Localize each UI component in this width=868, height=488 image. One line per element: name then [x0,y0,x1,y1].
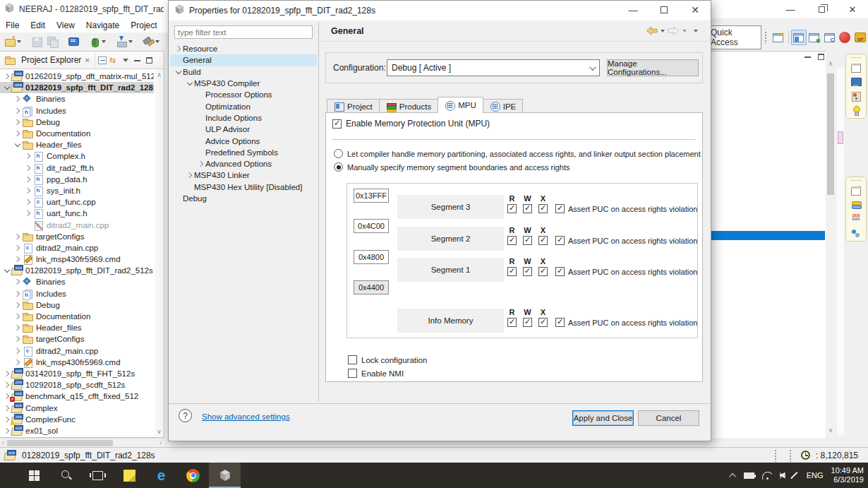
maximize-panel-button[interactable] [146,57,152,64]
drag-handle-icon[interactable] [850,56,862,59]
tree-chevron-icon[interactable] [13,131,22,136]
enable-mpu-checkbox[interactable]: Enable Memory Protection Unit (MPU) [332,119,490,129]
tree-item[interactable]: 03142019_spfp_fft_FHT_512s [0,368,154,379]
tree-chevron-icon[interactable] [13,360,22,364]
show-advanced-settings-link[interactable]: Show advanced settings [202,412,290,421]
tree-item[interactable]: ditrad2_main.cpp [0,219,154,230]
collapse-all-button[interactable] [98,56,107,64]
battery-icon[interactable] [744,472,754,479]
tab-project[interactable]: Project [327,99,380,113]
tree-chevron-icon[interactable] [3,86,11,89]
rwx-checkbox[interactable] [523,236,532,245]
tree-chevron-icon[interactable] [174,71,183,73]
scroll-left-icon[interactable]: ‹ [2,439,4,446]
wifi-icon[interactable] [762,472,772,480]
tree-chevron-icon[interactable] [3,429,11,433]
dialog-tree-item[interactable]: Build [170,66,317,78]
tree-item[interactable]: Complex [0,402,154,413]
tree-item[interactable]: Debug [0,117,154,128]
new-button[interactable] [3,34,23,49]
tree-item[interactable]: Documentation [0,128,154,139]
tree-chevron-icon[interactable] [13,303,22,307]
tree-chevron-icon[interactable] [24,211,32,215]
menu-edit[interactable]: Edit [25,19,51,32]
tree-item[interactable]: 01282019_spfp_fft_DIT_rad2_512s [0,265,154,276]
editor-scroll-thumb[interactable] [827,73,834,195]
pen-icon[interactable] [790,472,798,480]
boundary-address-input[interactable]: 0x4C00 [354,219,389,233]
dialog-tree-item[interactable]: ULP Advisor [170,124,317,135]
ccs-taskbar-button[interactable] [209,463,241,488]
tree-chevron-icon[interactable] [13,257,22,261]
filter-input[interactable] [174,25,313,39]
tree-chevron-icon[interactable] [24,200,32,204]
project-tree-hscrollbar[interactable]: ‹ › [1,438,164,447]
minimize-panel-button[interactable] [134,59,140,61]
dialog-tree-item[interactable]: MSP430 Hex Utility [Disabled] [170,181,317,193]
tree-item[interactable]: sys_init.h [0,185,154,196]
tree-item[interactable]: 01282019_spfp_fft_DIT_rad2_128s [0,82,154,93]
console-button[interactable] [66,34,80,49]
tree-item[interactable]: ppg_data.h [0,174,154,185]
configuration-select[interactable]: Debug [ Active ] [387,59,600,76]
rwx-checkbox[interactable] [507,267,517,276]
maximize-editor-icon[interactable] [818,54,824,60]
save-button[interactable] [30,34,44,49]
restore-button[interactable] [806,0,837,18]
dialog-tree-item[interactable]: Optimization [170,100,317,112]
tree-item[interactable]: Includes [0,105,154,117]
tab-project-explorer[interactable]: Project Explorer ✕ [0,52,95,69]
tree-chevron-icon[interactable] [24,189,32,193]
perspective-ccs-edit[interactable] [791,30,807,45]
tree-chevron-icon[interactable] [13,280,22,284]
dialog-tree-item[interactable]: Predefined Symbols [170,147,317,158]
rwx-checkbox[interactable] [538,318,548,327]
binary-view-icon[interactable]: 10100101 [850,214,862,224]
tree-item[interactable]: 10292018_spfp_scdft_512s [0,379,154,391]
rwx-checkbox[interactable] [523,204,532,213]
tree-item[interactable]: Includes [0,288,154,299]
tree-item[interactable]: uart_func.cpp [0,196,154,208]
problems-view-icon[interactable] [850,91,862,101]
assert-puc-checkbox[interactable]: Assert PUC on access rights violation [555,267,697,276]
scroll-down-icon[interactable]: ∨ [155,428,164,435]
tree-chevron-icon[interactable] [13,246,22,250]
cancel-button[interactable]: Cancel [638,410,699,426]
tab-products[interactable]: Products [379,99,438,113]
tree-chevron-icon[interactable] [13,349,22,353]
menu-run[interactable]: Run [163,19,168,32]
tree-chevron-icon[interactable] [13,337,22,341]
enable-nmi-checkbox[interactable]: Enable NMI [348,369,404,378]
menu-file[interactable]: File [0,19,25,32]
tree-item[interactable]: Binaries [0,93,154,105]
rwx-checkbox[interactable] [538,236,548,245]
minimize-button[interactable]: — [775,0,806,18]
tree-item[interactable]: uart_func.h [0,208,154,219]
task-view-button[interactable] [82,463,114,488]
tree-item[interactable]: Binaries [0,276,154,287]
menu-navigate[interactable]: Navigate [80,19,125,32]
overview-marker[interactable] [838,131,843,144]
advice-view-icon[interactable] [850,105,862,115]
help-button[interactable]: ? [179,409,192,422]
tree-item[interactable]: lnk_msp430fr5969.cmd [0,254,154,265]
console-view-icon[interactable] [850,77,862,87]
build-button[interactable] [141,34,161,49]
back-arrow-icon[interactable] [646,26,658,35]
taskbar-search-button[interactable] [50,463,82,488]
view-window-icon[interactable] [850,63,862,73]
tree-item[interactable]: ex01_sol [0,425,154,436]
tray-expand-icon[interactable] [729,472,736,480]
clock[interactable]: 10:49 AM 6/3/2019 [831,466,864,484]
back-history-icon[interactable] [661,30,665,32]
drag-handle-icon[interactable] [850,179,862,181]
forward-history-icon[interactable] [682,30,687,32]
rwx-checkbox[interactable] [523,267,532,276]
hscroll-thumb[interactable] [7,440,113,446]
tree-item[interactable]: ditrad2_main.cpp [0,242,154,254]
tree-item[interactable]: Header_files [0,139,154,150]
tab-ipe[interactable]: IPE [483,99,524,113]
editor-scrollbar[interactable]: ∧ ∨ [826,68,836,435]
debug-button[interactable] [88,34,107,49]
rwx-checkbox[interactable] [538,204,548,213]
